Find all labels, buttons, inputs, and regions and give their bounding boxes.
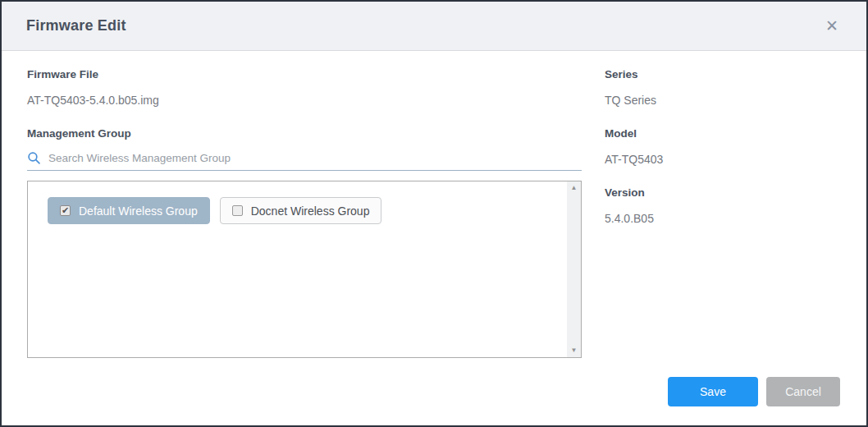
- left-column: Firmware File AT-TQ5403-5.4.0.b05.img Ma…: [27, 68, 582, 358]
- management-group-listbox: ✔ Default Wireless Group Docnet Wireless…: [27, 181, 582, 358]
- firmware-file-label: Firmware File: [27, 68, 582, 80]
- series-value: TQ Series: [605, 94, 842, 107]
- save-button[interactable]: Save: [668, 377, 758, 406]
- right-column: Series TQ Series Model AT-TQ5403 Version…: [605, 68, 842, 358]
- firmware-file-value: AT-TQ5403-5.4.0.b05.img: [27, 94, 582, 107]
- model-label: Model: [605, 127, 842, 140]
- cancel-button[interactable]: Cancel: [766, 377, 840, 406]
- firmware-edit-dialog: Firmware Edit ✕ Firmware File AT-TQ5403-…: [0, 0, 868, 427]
- group-chip-default-wireless[interactable]: ✔ Default Wireless Group: [48, 197, 210, 224]
- dialog-footer: Save Cancel: [668, 377, 840, 406]
- dialog-title: Firmware Edit: [26, 17, 126, 34]
- group-chip-label: Default Wireless Group: [79, 204, 198, 218]
- search-input[interactable]: [48, 150, 582, 166]
- checkbox-checked-icon[interactable]: ✔: [60, 205, 71, 216]
- close-icon[interactable]: ✕: [822, 16, 842, 35]
- listbox-scrollbar[interactable]: ▲ ▼: [567, 181, 581, 357]
- version-label: Version: [605, 186, 842, 199]
- management-group-label: Management Group: [27, 127, 582, 140]
- dialog-header: Firmware Edit ✕: [2, 2, 866, 51]
- group-chip-docnet-wireless[interactable]: Docnet Wireless Group: [220, 197, 382, 224]
- series-label: Series: [605, 68, 842, 80]
- search-icon: [27, 151, 41, 165]
- group-chips: ✔ Default Wireless Group Docnet Wireless…: [48, 197, 548, 224]
- checkbox-unchecked-icon[interactable]: [232, 205, 243, 216]
- model-value: AT-TQ5403: [605, 153, 842, 166]
- dialog-body: Firmware File AT-TQ5403-5.4.0.b05.img Ma…: [2, 51, 866, 358]
- scroll-down-icon[interactable]: ▼: [571, 347, 578, 355]
- scroll-up-icon[interactable]: ▲: [571, 184, 578, 192]
- group-search: [27, 150, 582, 171]
- group-chip-label: Docnet Wireless Group: [251, 204, 370, 218]
- version-value: 5.4.0.B05: [605, 212, 842, 225]
